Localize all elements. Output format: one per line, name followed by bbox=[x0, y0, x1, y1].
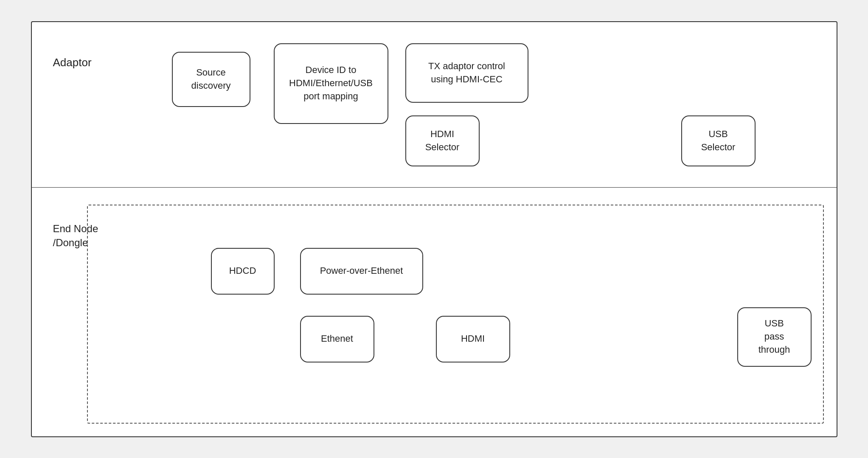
box-usb-pass-through: USBpassthrough bbox=[737, 307, 812, 367]
endnode-inner: HDCD Power-over-Ethenet Ethenet HDMI USB… bbox=[87, 205, 824, 424]
box-source-discovery: Sourcediscovery bbox=[172, 52, 250, 107]
box-device-id: Device ID toHDMI/Ethernet/USBport mappin… bbox=[274, 43, 388, 124]
box-usb-selector: USBSelector bbox=[681, 115, 756, 166]
diagram-wrapper: Adaptor Sourcediscovery Device ID toHDMI… bbox=[31, 21, 837, 437]
hdmi-text: HDMI bbox=[461, 332, 485, 346]
device-id-text: Device ID toHDMI/Ethernet/USBport mappin… bbox=[289, 64, 373, 103]
box-hdcd: HDCD bbox=[211, 248, 275, 295]
box-tx-adaptor: TX adaptor controlusing HDMI-CEC bbox=[405, 43, 528, 103]
box-ethernet: Ethenet bbox=[300, 316, 374, 362]
tx-adaptor-text: TX adaptor controlusing HDMI-CEC bbox=[428, 60, 505, 86]
source-discovery-text: Sourcediscovery bbox=[191, 66, 231, 93]
adaptor-section: Adaptor Sourcediscovery Device ID toHDMI… bbox=[32, 22, 837, 188]
box-hdmi-selector: HDMISelector bbox=[405, 115, 480, 166]
power-over-ethernet-text: Power-over-Ethenet bbox=[320, 264, 403, 278]
box-hdmi: HDMI bbox=[436, 316, 510, 362]
adaptor-label: Adaptor bbox=[53, 56, 92, 69]
hdmi-selector-text: HDMISelector bbox=[425, 128, 460, 154]
usb-pass-through-text: USBpassthrough bbox=[758, 317, 790, 356]
ethernet-text: Ethenet bbox=[321, 332, 353, 346]
hdcd-text: HDCD bbox=[229, 264, 256, 278]
usb-selector-text: USBSelector bbox=[701, 128, 736, 154]
endnode-section: End Node/Dongle HDCD Power-over-Ethenet … bbox=[32, 188, 837, 436]
box-power-over-ethernet: Power-over-Ethenet bbox=[300, 248, 423, 295]
